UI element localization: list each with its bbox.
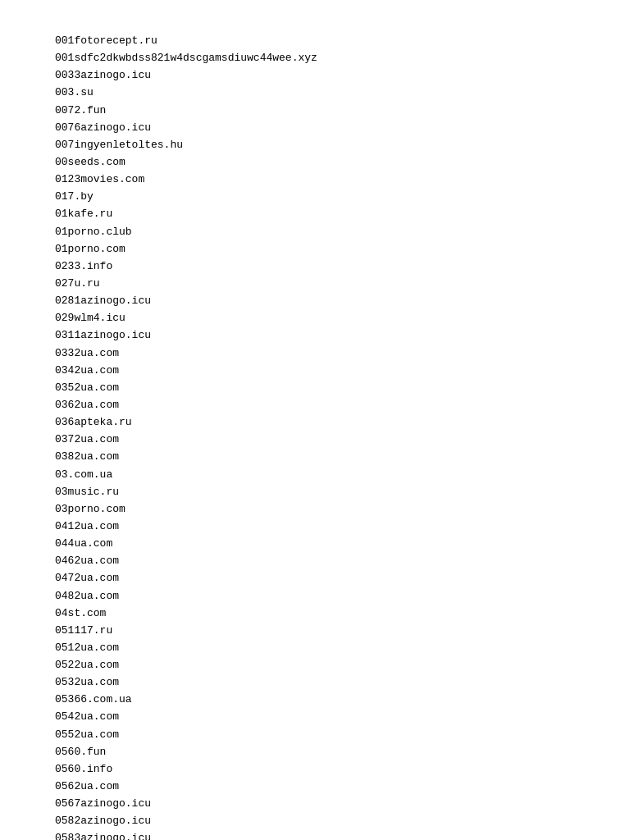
list-item: 0567azinogo.icu: [55, 796, 575, 812]
list-item: 0472ua.com: [55, 570, 575, 587]
list-item: 0382ua.com: [55, 449, 575, 465]
list-item: 0532ua.com: [55, 674, 575, 691]
list-item: 0352ua.com: [55, 380, 575, 396]
list-item: 0332ua.com: [55, 345, 575, 362]
list-item: 04st.com: [55, 605, 575, 622]
list-item: 036apteka.ru: [55, 414, 575, 431]
list-item: 03porno.com: [55, 501, 575, 518]
list-item: 001fotorecept.ru: [55, 33, 575, 49]
list-item: 03music.ru: [55, 484, 575, 500]
list-item: 0281azinogo.icu: [55, 293, 575, 309]
list-item: 0123movies.com: [55, 171, 575, 188]
list-item: 0562ua.com: [55, 778, 575, 795]
list-item: 0560.info: [55, 761, 575, 778]
list-item: 01porno.club: [55, 224, 575, 240]
list-item: 0583azinogo.icu: [55, 830, 575, 840]
list-item: 0362ua.com: [55, 397, 575, 413]
list-item: 0542ua.com: [55, 709, 575, 725]
list-item: 05366.com.ua: [55, 692, 575, 708]
list-item: 0552ua.com: [55, 727, 575, 743]
list-item: 0311azinogo.icu: [55, 327, 575, 344]
list-item: 0522ua.com: [55, 657, 575, 673]
list-item: 0482ua.com: [55, 588, 575, 605]
list-item: 0233.info: [55, 258, 575, 275]
list-item: 044ua.com: [55, 536, 575, 552]
list-item: 001sdfc2dkwbdss821w4dscgamsdiuwc44wee.xy…: [55, 50, 575, 66]
list-item: 027u.ru: [55, 276, 575, 292]
list-item: 0076azinogo.icu: [55, 120, 575, 136]
list-item: 003.su: [55, 84, 575, 101]
list-item: 0072.fun: [55, 103, 575, 119]
list-item: 03.com.ua: [55, 467, 575, 483]
list-item: 0560.fun: [55, 744, 575, 760]
list-item: 017.by: [55, 189, 575, 205]
list-item: 0412ua.com: [55, 518, 575, 535]
list-item: 0582azinogo.icu: [55, 813, 575, 829]
list-item: 01porno.com: [55, 241, 575, 258]
domain-list: 001fotorecept.ru001sdfc2dkwbdss821w4dscg…: [55, 33, 575, 840]
list-item: 00seeds.com: [55, 154, 575, 171]
list-item: 01kafe.ru: [55, 206, 575, 222]
list-item: 0462ua.com: [55, 553, 575, 569]
list-item: 029wlm4.icu: [55, 310, 575, 326]
list-item: 0372ua.com: [55, 431, 575, 448]
list-item: 0033azinogo.icu: [55, 67, 575, 84]
list-item: 0512ua.com: [55, 640, 575, 656]
list-item: 007ingyenletoltes.hu: [55, 137, 575, 153]
list-item: 0342ua.com: [55, 363, 575, 379]
list-item: 051117.ru: [55, 623, 575, 639]
